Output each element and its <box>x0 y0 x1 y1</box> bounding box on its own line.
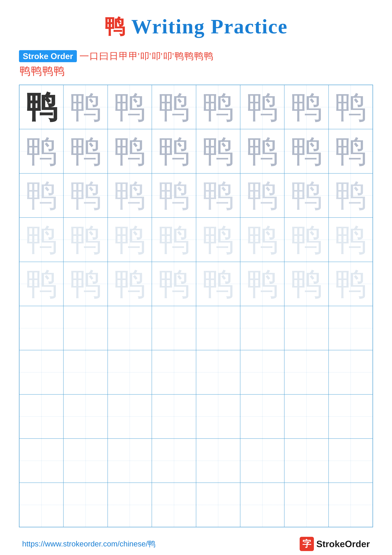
cell-char: 鸭 <box>70 86 101 128</box>
stroke-char-r2-1: 鸭 <box>20 64 30 78</box>
grid-cell-r2c7[interactable]: 鸭 <box>284 129 328 173</box>
grid-cell-r7c1[interactable] <box>19 350 64 394</box>
grid-cell-r9c8[interactable] <box>328 438 373 483</box>
grid-cell-r5c2[interactable]: 鸭 <box>64 262 107 306</box>
grid-cell-r5c8[interactable]: 鸭 <box>328 262 373 306</box>
grid-cell-r2c5[interactable]: 鸭 <box>196 129 240 173</box>
grid-cell-r1c2[interactable]: 鸭 <box>64 85 107 129</box>
grid-cell-r4c6[interactable]: 鸭 <box>240 218 284 262</box>
grid-cell-r9c1[interactable] <box>19 438 64 483</box>
grid-cell-r3c8[interactable]: 鸭 <box>328 173 373 218</box>
grid-cell-r7c4[interactable] <box>152 350 196 394</box>
grid-cell-r3c2[interactable]: 鸭 <box>64 173 107 218</box>
grid-cell-r5c5[interactable]: 鸭 <box>196 262 240 306</box>
grid-cell-r9c5[interactable] <box>196 438 240 483</box>
grid-cell-r4c4[interactable]: 鸭 <box>152 218 196 262</box>
grid-cell-r1c4[interactable]: 鸭 <box>152 85 196 129</box>
grid-cell-r9c2[interactable] <box>64 438 107 483</box>
grid-cell-r8c8[interactable] <box>328 394 373 438</box>
grid-cell-r6c3[interactable] <box>108 306 152 350</box>
practice-grid: 鸭 鸭 鸭 鸭 鸭 鸭 鸭 鸭 鸭 鸭 鸭 <box>19 85 373 527</box>
grid-cell-r8c6[interactable] <box>240 394 284 438</box>
grid-cell-r3c7[interactable]: 鸭 <box>284 173 328 218</box>
grid-cell-r3c1[interactable]: 鸭 <box>19 173 64 218</box>
grid-cell-r10c1[interactable] <box>19 483 64 527</box>
grid-cell-r1c7[interactable]: 鸭 <box>284 85 328 129</box>
grid-cell-r10c7[interactable] <box>284 483 328 527</box>
grid-cell-r1c8[interactable]: 鸭 <box>328 85 373 129</box>
cell-char: 鸭 <box>114 174 145 217</box>
grid-cell-r2c2[interactable]: 鸭 <box>64 129 107 173</box>
cell-char: 鸭 <box>26 86 57 128</box>
grid-cell-r7c8[interactable] <box>328 350 373 394</box>
grid-cell-r7c7[interactable] <box>284 350 328 394</box>
grid-cell-r5c7[interactable]: 鸭 <box>284 262 328 306</box>
grid-cell-r3c5[interactable]: 鸭 <box>196 173 240 218</box>
grid-cell-r4c8[interactable]: 鸭 <box>328 218 373 262</box>
stroke-chars: ㇐ 口 曰 日 甲 甲' 叩' 叩' 叩' 鸭 鸭 鸭 鸭 <box>80 50 213 62</box>
stroke-char-3: 曰 <box>99 50 108 62</box>
grid-cell-r8c4[interactable] <box>152 394 196 438</box>
stroke-char-13: 鸭 <box>204 50 213 62</box>
grid-cell-r8c1[interactable] <box>19 394 64 438</box>
grid-cell-r10c5[interactable] <box>196 483 240 527</box>
cell-char: 鸭 <box>291 174 322 217</box>
grid-cell-r5c6[interactable]: 鸭 <box>240 262 284 306</box>
grid-cell-r3c6[interactable]: 鸭 <box>240 173 284 218</box>
grid-cell-r6c5[interactable] <box>196 306 240 350</box>
grid-cell-r9c6[interactable] <box>240 438 284 483</box>
grid-cell-r7c5[interactable] <box>196 350 240 394</box>
grid-cell-r3c3[interactable]: 鸭 <box>108 173 152 218</box>
grid-cell-r10c8[interactable] <box>328 483 373 527</box>
cell-char: 鸭 <box>291 86 322 128</box>
cell-char: 鸭 <box>202 218 234 261</box>
grid-cell-r9c7[interactable] <box>284 438 328 483</box>
grid-cell-r1c1[interactable]: 鸭 <box>19 85 64 129</box>
footer-logo: 字 StrokeOrder <box>300 537 370 551</box>
grid-cell-r6c1[interactable] <box>19 306 64 350</box>
grid-cell-r6c4[interactable] <box>152 306 196 350</box>
grid-cell-r10c4[interactable] <box>152 483 196 527</box>
grid-cell-r10c2[interactable] <box>64 483 107 527</box>
cell-char: 鸭 <box>247 263 278 305</box>
grid-cell-r4c2[interactable]: 鸭 <box>64 218 107 262</box>
grid-cell-r6c7[interactable] <box>284 306 328 350</box>
grid-cell-r2c1[interactable]: 鸭 <box>19 129 64 173</box>
cell-char: 鸭 <box>114 130 145 173</box>
grid-cell-r1c5[interactable]: 鸭 <box>196 85 240 129</box>
grid-cell-r2c8[interactable]: 鸭 <box>328 129 373 173</box>
grid-cell-r2c6[interactable]: 鸭 <box>240 129 284 173</box>
grid-cell-r10c3[interactable] <box>108 483 152 527</box>
grid-cell-r5c4[interactable]: 鸭 <box>152 262 196 306</box>
grid-cell-r8c5[interactable] <box>196 394 240 438</box>
grid-cell-r6c8[interactable] <box>328 306 373 350</box>
cell-char: 鸭 <box>335 130 366 173</box>
grid-cell-r8c2[interactable] <box>64 394 107 438</box>
cell-char: 鸭 <box>202 263 234 305</box>
grid-cell-r9c4[interactable] <box>152 438 196 483</box>
grid-cell-r3c4[interactable]: 鸭 <box>152 173 196 218</box>
grid-cell-r8c7[interactable] <box>284 394 328 438</box>
stroke-char-r2-3: 鸭 <box>42 64 53 78</box>
grid-cell-r7c6[interactable] <box>240 350 284 394</box>
grid-cell-r5c1[interactable]: 鸭 <box>19 262 64 306</box>
grid-cell-r2c3[interactable]: 鸭 <box>108 129 152 173</box>
grid-cell-r1c3[interactable]: 鸭 <box>108 85 152 129</box>
grid-cell-r4c5[interactable]: 鸭 <box>196 218 240 262</box>
grid-cell-r6c2[interactable] <box>64 306 107 350</box>
cell-char: 鸭 <box>26 130 57 173</box>
grid-cell-r7c2[interactable] <box>64 350 107 394</box>
grid-cell-r6c6[interactable] <box>240 306 284 350</box>
stroke-char-12: 鸭 <box>194 50 203 62</box>
grid-cell-r4c7[interactable]: 鸭 <box>284 218 328 262</box>
grid-cell-r8c3[interactable] <box>108 394 152 438</box>
grid-cell-r4c3[interactable]: 鸭 <box>108 218 152 262</box>
grid-cell-r7c3[interactable] <box>108 350 152 394</box>
grid-cell-r5c3[interactable]: 鸭 <box>108 262 152 306</box>
grid-cell-r2c4[interactable]: 鸭 <box>152 129 196 173</box>
page-title: 鸭 Writing Practice <box>104 13 288 41</box>
grid-cell-r4c1[interactable]: 鸭 <box>19 218 64 262</box>
grid-cell-r10c6[interactable] <box>240 483 284 527</box>
grid-cell-r1c6[interactable]: 鸭 <box>240 85 284 129</box>
grid-cell-r9c3[interactable] <box>108 438 152 483</box>
